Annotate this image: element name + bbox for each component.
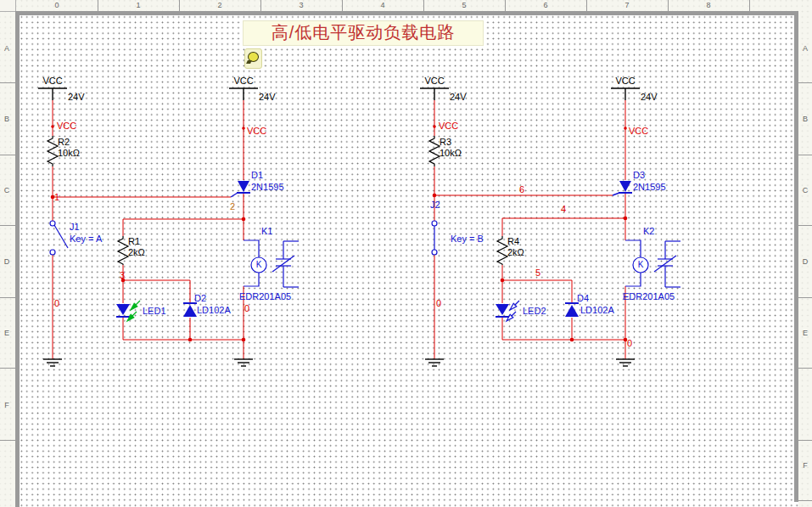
vcc-voltage-label[interactable]: 24V: [259, 92, 276, 102]
scr-model[interactable]: 2N1595: [251, 182, 284, 192]
schematic-canvas: [0, 0, 812, 507]
vcc-source-1[interactable]: [38, 88, 67, 100]
led-LED1[interactable]: [116, 301, 140, 321]
net-number[interactable]: 3: [120, 270, 125, 280]
resistor-R2[interactable]: [48, 136, 58, 166]
schematic-workspace: 0 1 2 3 4 5 6 7 8 A B C D E F A B C D E …: [0, 0, 812, 507]
switch-ref[interactable]: J1: [70, 222, 80, 232]
ground-2[interactable]: [234, 359, 253, 366]
led-ref[interactable]: LED2: [523, 306, 546, 316]
resistor-ref[interactable]: R3: [440, 137, 451, 147]
vcc-source-label[interactable]: VCC: [228, 76, 259, 86]
resistor-ref[interactable]: R2: [58, 137, 70, 147]
led-on-arrows: [127, 301, 140, 321]
net-number[interactable]: 2: [230, 201, 235, 211]
net-label-vcc[interactable]: VCC: [439, 121, 458, 131]
resistor-value[interactable]: 2kΩ: [128, 247, 145, 257]
relay-coil-letter: K: [636, 260, 645, 269]
right-circuit-wires[interactable]: [434, 100, 625, 359]
scr-D1[interactable]: [231, 181, 250, 197]
vcc-voltage-label[interactable]: 24V: [450, 92, 467, 102]
relay-ref[interactable]: K1: [261, 226, 272, 236]
switch-ref[interactable]: J2: [430, 200, 440, 210]
led-ref[interactable]: LED1: [143, 306, 166, 316]
net-number[interactable]: 6: [519, 184, 524, 194]
resistor-ref[interactable]: R4: [507, 236, 519, 246]
relay-ref[interactable]: K2: [643, 226, 654, 236]
resistor-R1[interactable]: [118, 236, 128, 265]
diode-model[interactable]: LD102A: [197, 305, 231, 315]
led-LED2[interactable]: [496, 301, 519, 321]
vcc-voltage-label[interactable]: 24V: [68, 92, 85, 102]
switch-J2[interactable]: [432, 221, 437, 255]
switch-key-label[interactable]: Key = B: [451, 234, 484, 244]
net-label-vcc[interactable]: VCC: [57, 121, 76, 131]
relay-coil-letter: K: [255, 260, 263, 269]
net-label-vcc[interactable]: VCC: [247, 126, 266, 136]
relay-K1[interactable]: [244, 240, 299, 287]
net-number[interactable]: 0: [54, 298, 59, 308]
scr-ref[interactable]: D3: [633, 170, 645, 180]
scr-D3[interactable]: [613, 181, 632, 195]
ground-4[interactable]: [616, 359, 635, 366]
diode-D4[interactable]: [565, 303, 579, 317]
vcc-source-label[interactable]: VCC: [37, 76, 68, 86]
resistor-value[interactable]: 10kΩ: [58, 148, 80, 158]
relay-model[interactable]: EDR201A05: [623, 291, 675, 301]
resistor-R4[interactable]: [497, 236, 507, 265]
net-number[interactable]: 5: [535, 268, 540, 278]
net-number[interactable]: 4: [561, 204, 566, 214]
resistor-value[interactable]: 2kΩ: [507, 247, 524, 257]
switch-key-label[interactable]: Key = A: [70, 234, 102, 244]
scr-model[interactable]: 2N1595: [633, 182, 666, 192]
diode-model[interactable]: LD102A: [580, 305, 614, 315]
vcc-source-label[interactable]: VCC: [419, 76, 450, 86]
left-circuit-wires[interactable]: [53, 100, 244, 359]
vcc-source-4[interactable]: [611, 88, 640, 100]
diode-D2[interactable]: [183, 303, 197, 317]
scr-ref[interactable]: D1: [251, 170, 263, 180]
vcc-source-3[interactable]: [420, 88, 449, 100]
ground-1[interactable]: [43, 359, 62, 366]
net-number[interactable]: 0: [436, 298, 441, 308]
vcc-source-2[interactable]: [229, 88, 258, 100]
vcc-source-label[interactable]: VCC: [610, 76, 641, 86]
resistor-value[interactable]: 10kΩ: [440, 148, 462, 158]
resistor-ref[interactable]: R1: [128, 236, 140, 246]
diode-ref[interactable]: D2: [194, 293, 206, 303]
net-number[interactable]: 0: [244, 303, 249, 313]
resistor-R3[interactable]: [429, 136, 440, 166]
net-number[interactable]: 1: [54, 192, 59, 202]
switch-J1[interactable]: [50, 221, 68, 255]
ground-3[interactable]: [425, 359, 444, 366]
diode-ref[interactable]: D4: [577, 293, 589, 303]
relay-model[interactable]: EDR201A05: [239, 291, 291, 301]
net-label-vcc[interactable]: VCC: [629, 126, 648, 136]
relay-K2[interactable]: [625, 240, 680, 287]
vcc-voltage-label[interactable]: 24V: [641, 92, 658, 102]
net-number[interactable]: 0: [627, 338, 632, 348]
led-off-arrows: [507, 301, 519, 321]
